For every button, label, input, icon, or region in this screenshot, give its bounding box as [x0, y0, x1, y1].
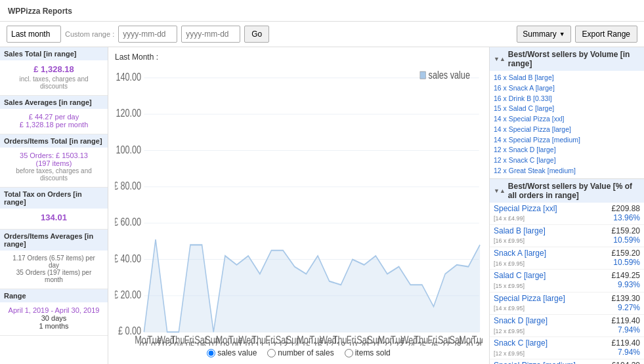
toolbar: Last month This month Last 7 days Last 3…: [0, 22, 644, 47]
tax-title: Total Tax on Orders [in range]: [0, 188, 108, 209]
range-dates: April 1, 2019 - April 30, 2019: [7, 306, 101, 314]
orders-total-title: Orders/Items Total [in range]: [0, 134, 108, 148]
val-right-4: £139.30 9.27%: [609, 294, 640, 312]
sales-avg-line2: £ 1,328.18 per month: [7, 121, 101, 129]
val-sort-icon: ▼▲: [494, 188, 505, 194]
value-item-4: Special Pizza [large] [14 x £9.95] £139.…: [490, 293, 644, 315]
volume-section-title: ▼▲ Best/Worst sellers by Volume [in rang…: [490, 47, 644, 71]
custom-range-label: Custom range :: [65, 30, 114, 38]
orders-total-line2: (197 items): [7, 159, 101, 167]
val-right-3: £149.25 9.93%: [609, 271, 640, 289]
date-to-input[interactable]: [181, 26, 240, 43]
radio-sales-label: sales value: [217, 348, 257, 357]
export-button[interactable]: Export Range: [575, 26, 637, 43]
vol-item-0: 16 x Salad B [large]: [494, 73, 640, 83]
tax-block: Total Tax on Orders [in range] 134.01: [0, 188, 108, 230]
sales-total-sub: incl. taxes, charges and discounts: [7, 75, 101, 90]
range-select[interactable]: Last month This month Last 7 days Last 3…: [7, 26, 61, 43]
val-left-0: Special Pizza [xxl] [14 x £4.99]: [494, 204, 609, 223]
date-from-input[interactable]: [118, 26, 177, 43]
volume-seller-list: 16 x Salad B [large] 16 x Snack A [large…: [490, 71, 644, 178]
svg-text:Apr: Apr: [473, 345, 483, 346]
vol-sort-icon: ▼▲: [494, 56, 505, 62]
vol-item-8: 12 x Snack C [large]: [494, 155, 640, 166]
go-button[interactable]: Go: [244, 26, 269, 43]
vol-item-3: 15 x Salad C [large]: [494, 104, 640, 114]
value-item-3: Salad C [large] [15 x £9.95] £149.25 9.9…: [490, 270, 644, 292]
chart-legend: sales value number of sales items sold: [115, 346, 483, 360]
value-section: ▼▲ Best/Worst sellers by Value [% of all…: [490, 179, 644, 365]
svg-text:sales value: sales value: [429, 70, 470, 81]
val-left-1: Salad B [large] [16 x £9.95]: [494, 226, 609, 245]
orders-total-line3: before taxes, charges and discounts: [7, 167, 101, 182]
radio-number-sales[interactable]: number of sales: [267, 348, 333, 357]
orders-avg-line1: 1.17 Orders (6.57 items) per day: [7, 254, 101, 269]
summary-label: Summary: [523, 30, 556, 39]
radio-itemssold-label: items sold: [355, 348, 391, 357]
range-title: Range: [0, 289, 108, 302]
svg-text:£ 80.00: £ 80.00: [115, 180, 141, 192]
svg-text:£ 140.00: £ 140.00: [115, 71, 141, 83]
vol-item-1: 16 x Snack A [large]: [494, 83, 640, 94]
chart-area: Last Month : £ 140.00 £ 120.00 £ 100.00 …: [108, 47, 490, 364]
orders-total-line1: 35 Orders: £ 1503.13: [7, 152, 101, 159]
vol-item-9: 12 x Great Steak [medium]: [494, 166, 640, 176]
vol-item-5: 14 x Special Pizza [large]: [494, 125, 640, 135]
vol-item-2: 16 x Drink B [0.33l]: [494, 94, 640, 104]
chart-container: £ 140.00 £ 120.00 £ 100.00 £ 80.00 £ 60.…: [115, 64, 483, 346]
value-item-6: Snack C [large] [12 x £9.95] £119.40 7.9…: [490, 337, 644, 359]
right-sidebar: ▼▲ Best/Worst sellers by Volume [in rang…: [490, 47, 644, 364]
value-item-5: Snack D [large] [12 x £9.95] £119.40 7.9…: [490, 315, 644, 337]
val-right-1: £159.20 10.59%: [609, 226, 640, 245]
val-left-3: Salad C [large] [15 x £9.95]: [494, 271, 609, 290]
svg-text:£ 40.00: £ 40.00: [115, 253, 141, 264]
summary-dropdown-icon: ▼: [559, 31, 565, 37]
val-left-2: Snack A [large] [16 x £9.95]: [494, 249, 609, 268]
value-item-2: Snack A [large] [16 x £9.95] £159.20 10.…: [490, 247, 644, 270]
val-right-6: £119.40 7.94%: [609, 338, 640, 357]
val-left-4: Special Pizza [large] [14 x £9.95]: [494, 294, 609, 313]
val-left-6: Snack C [large] [12 x £9.95]: [494, 338, 609, 357]
left-sidebar: Sales Total [in range] £ 1,328.18 incl. …: [0, 47, 108, 364]
value-item-0: Special Pizza [xxl] [14 x £4.99] £209.88…: [490, 203, 644, 225]
app-header: WPPizza Reports: [0, 0, 644, 22]
volume-section: ▼▲ Best/Worst sellers by Volume [in rang…: [490, 47, 644, 179]
value-item-1: Salad B [large] [16 x £9.95] £159.20 10.…: [490, 225, 644, 247]
sales-total-block: Sales Total [in range] £ 1,328.18 incl. …: [0, 47, 108, 96]
val-left-5: Snack D [large] [12 x £9.95]: [494, 316, 609, 335]
orders-avg-block: Orders/Items Averages [in range] 1.17 Or…: [0, 230, 108, 289]
summary-button[interactable]: Summary ▼: [517, 26, 570, 43]
range-block: Range April 1, 2019 - April 30, 2019 30 …: [0, 289, 108, 336]
value-item-7: Special Pizza [medium] [14 x £7.45] £104…: [490, 359, 644, 364]
app-title: WPPizza Reports: [8, 7, 72, 16]
sales-averages-title: Sales Averages [in range]: [0, 96, 108, 109]
value-section-title: ▼▲ Best/Worst sellers by Value [% of all…: [490, 179, 644, 203]
range-months: 1 months: [7, 322, 101, 330]
sales-total-value: £ 1,328.18: [7, 64, 101, 74]
val-right-2: £159.20 10.59%: [609, 249, 640, 267]
sales-averages-block: Sales Averages [in range] £ 44.27 per da…: [0, 96, 108, 134]
sales-avg-line1: £ 44.27 per day: [7, 113, 101, 121]
vol-item-7: 12 x Snack D [large]: [494, 145, 640, 155]
vol-item-6: 14 x Special Pizza [medium]: [494, 135, 640, 146]
radio-numsales-label: number of sales: [278, 348, 333, 357]
radio-items-sold[interactable]: items sold: [345, 348, 391, 357]
val-left-7: Special Pizza [medium] [14 x £7.45]: [494, 361, 609, 364]
main-content: Sales Total [in range] £ 1,328.18 incl. …: [0, 47, 644, 364]
svg-text:£ 20.00: £ 20.00: [115, 289, 141, 300]
radio-sales-value[interactable]: sales value: [207, 348, 257, 357]
val-right-5: £119.40 7.94%: [609, 316, 640, 334]
chart-title: Last Month :: [115, 52, 483, 62]
svg-text:£ 120.00: £ 120.00: [115, 108, 141, 119]
toolbar-right: Summary ▼ Export Range: [517, 26, 637, 43]
vol-item-4: 14 x Special Pizza [xxl]: [494, 114, 640, 125]
tax-value: 134.01: [7, 212, 101, 222]
svg-rect-16: [420, 71, 425, 79]
range-days: 30 days: [7, 314, 101, 322]
svg-text:£ 100.00: £ 100.00: [115, 144, 141, 155]
orders-total-block: Orders/Items Total [in range] 35 Orders:…: [0, 134, 108, 188]
orders-avg-line2: 35 Orders (197 items) per month: [7, 269, 101, 283]
val-right-7: £104.30 14.4%: [609, 361, 640, 364]
val-right-0: £209.88 13.96%: [609, 204, 640, 222]
chart-svg: £ 140.00 £ 120.00 £ 100.00 £ 80.00 £ 60.…: [115, 64, 483, 346]
